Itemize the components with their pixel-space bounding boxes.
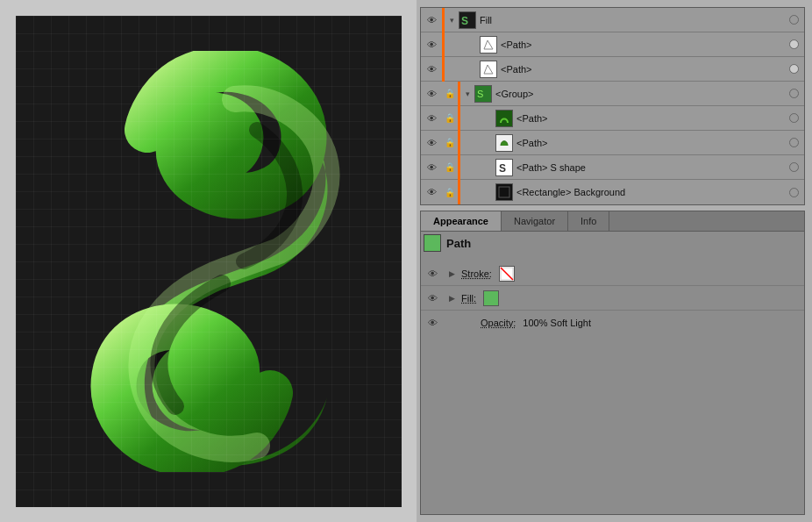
expand-fill[interactable]: ▶ xyxy=(445,286,458,311)
eye-icon-path3[interactable]: 👁 xyxy=(421,106,442,131)
opacity-value: 100% Soft Light xyxy=(523,318,591,328)
eye-icon-group[interactable]: 👁 xyxy=(421,82,442,106)
orange-line-path3 xyxy=(458,106,460,131)
layer-circle-rect-bg[interactable] xyxy=(783,180,804,204)
layer-thumb-path4 xyxy=(495,134,513,152)
layer-circle-path3[interactable] xyxy=(783,106,804,131)
layer-thumb-rect-bg xyxy=(495,183,513,201)
layer-thumb-path3 xyxy=(495,110,513,127)
eye-icon-stroke[interactable]: 👁 xyxy=(423,261,442,286)
canvas-area xyxy=(0,0,417,522)
svg-rect-3 xyxy=(499,187,509,197)
layer-row-path3[interactable]: 👁 🔒 <Path> xyxy=(421,106,804,131)
orange-line-path2 xyxy=(442,57,445,82)
layer-row-path2[interactable]: 👁 <Path> xyxy=(421,57,804,82)
layer-row-group[interactable]: 👁 🔒 ▾ S <Group> xyxy=(421,82,804,106)
eye-icon-rect-bg[interactable]: 👁 xyxy=(421,180,442,204)
layer-circle-path-s[interactable] xyxy=(783,155,804,180)
layer-name-path4: <Path> xyxy=(516,138,783,148)
layer-thumb-group: S xyxy=(474,85,492,103)
lock-icon-path3: 🔒 xyxy=(442,106,458,131)
layer-circle-fill[interactable] xyxy=(783,8,804,32)
svg-text:S: S xyxy=(499,162,506,175)
path-color-swatch xyxy=(424,234,441,252)
layer-name-path1: <Path> xyxy=(501,39,783,50)
panel-tabs: Appearance Navigator Info xyxy=(421,211,804,232)
layer-name-rect-bg: <Rectangle> Background xyxy=(516,187,783,197)
layer-row-path1[interactable]: 👁 <Path> xyxy=(421,32,804,57)
layer-circle-group[interactable] xyxy=(783,82,804,106)
s-logo-svg xyxy=(60,51,358,472)
opacity-row: 👁 Opacity: 100% Soft Light xyxy=(421,311,804,335)
stroke-swatch[interactable] xyxy=(499,266,515,282)
expand-arrow-group[interactable]: ▾ xyxy=(460,82,474,106)
lock-icon-group: 🔒 xyxy=(442,82,458,106)
eye-icon-path2[interactable]: 👁 xyxy=(421,57,442,82)
svg-text:S: S xyxy=(461,15,468,27)
layer-name-group: <Group> xyxy=(495,89,783,99)
layer-row-path4[interactable]: 👁 🔒 <Path> xyxy=(421,131,804,155)
eye-icon-path4[interactable]: 👁 xyxy=(421,131,442,155)
stroke-label[interactable]: Stroke: xyxy=(461,268,492,279)
layer-row-rect-bg[interactable]: 👁 🔒 <Rectangle> Background xyxy=(421,180,804,204)
canvas-inner xyxy=(16,16,402,507)
layer-row-path-s[interactable]: 👁 🔒 S <Path> S shape xyxy=(421,155,804,180)
fill-label[interactable]: Fill: xyxy=(461,293,476,304)
eye-icon-opacity[interactable]: 👁 xyxy=(423,311,442,335)
appearance-row-stroke: 👁 ▶ Stroke: xyxy=(421,261,804,286)
tab-info[interactable]: Info xyxy=(568,211,609,231)
eye-icon-path-s[interactable]: 👁 xyxy=(421,155,442,180)
lock-icon-path-s: 🔒 xyxy=(442,155,458,180)
layer-thumb-fill: S xyxy=(459,11,476,29)
path-header: Path xyxy=(421,232,804,254)
layer-name-path2: <Path> xyxy=(501,64,783,75)
expand-stroke[interactable]: ▶ xyxy=(445,261,458,286)
layer-circle-path4[interactable] xyxy=(783,131,804,155)
eye-icon-fill-app[interactable]: 👁 xyxy=(423,286,442,311)
layer-name-path3: <Path> xyxy=(516,113,783,124)
orange-line-rect-bg xyxy=(458,180,460,204)
layer-row-fill[interactable]: 👁 ▾ S Fill xyxy=(421,8,804,32)
layer-thumb-path2 xyxy=(480,61,497,78)
eye-icon-fill[interactable]: 👁 xyxy=(421,8,442,32)
layer-thumb-path-s: S xyxy=(495,159,513,176)
layers-panel: 👁 ▾ S Fill 👁 <Path> 👁 xyxy=(420,7,805,205)
layer-thumb-path1 xyxy=(480,36,497,54)
fill-swatch[interactable] xyxy=(483,290,499,306)
svg-text:S: S xyxy=(477,89,483,99)
lock-icon-path4: 🔒 xyxy=(442,131,458,155)
appearance-panel: Appearance Navigator Info Path 👁 ▶ Strok… xyxy=(420,211,805,515)
tab-appearance[interactable]: Appearance xyxy=(421,211,502,231)
right-panels: 👁 ▾ S Fill 👁 <Path> 👁 xyxy=(417,0,812,522)
orange-line-path1 xyxy=(442,32,445,57)
layer-name-fill: Fill xyxy=(480,15,783,25)
lock-icon-rect-bg: 🔒 xyxy=(442,180,458,204)
eye-icon-path1[interactable]: 👁 xyxy=(421,32,442,57)
tab-navigator[interactable]: Navigator xyxy=(502,211,568,231)
layer-circle-path2[interactable] xyxy=(783,57,804,82)
expand-arrow-fill[interactable]: ▾ xyxy=(445,8,459,32)
layer-name-path-s: <Path> S shape xyxy=(516,162,783,173)
appearance-row-fill: 👁 ▶ Fill: xyxy=(421,286,804,311)
path-label: Path xyxy=(446,237,471,250)
layer-circle-path1[interactable] xyxy=(783,32,804,57)
orange-line-path4 xyxy=(458,131,460,155)
orange-line-path-s xyxy=(458,155,460,180)
opacity-label[interactable]: Opacity: xyxy=(481,318,516,328)
